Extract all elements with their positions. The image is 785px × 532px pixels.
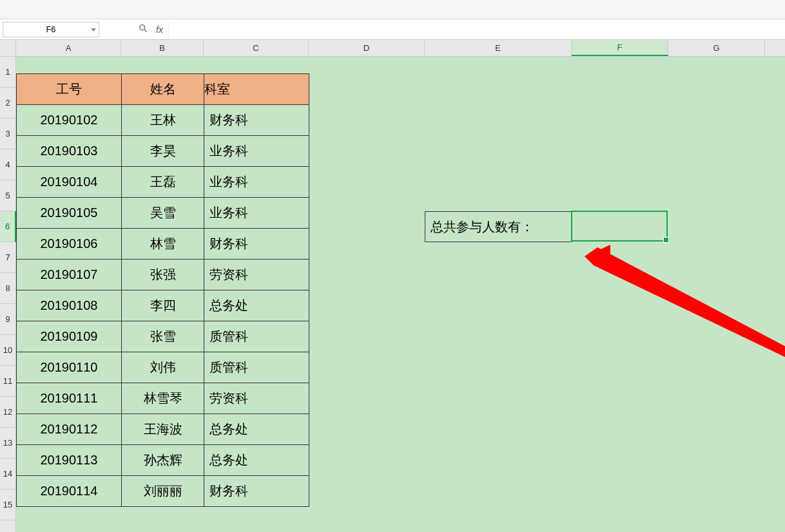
row-header-11[interactable]: 11 (0, 366, 15, 397)
table-row: 20190113孙杰辉总务处 (17, 445, 309, 476)
data-table: 工号 姓名 科室 20190102王林财务科20190103李昊业务科20190… (16, 73, 309, 507)
cell-id[interactable]: 20190102 (17, 105, 122, 136)
cell-dept[interactable]: 总务处 (204, 290, 309, 321)
row-header-12[interactable]: 12 (0, 397, 15, 428)
cell-id[interactable]: 20190105 (17, 198, 122, 229)
row-header-3[interactable]: 3 (0, 119, 15, 149)
table-row: 20190107张强劳资科 (17, 260, 309, 290)
table-row: 20190106林雪财务科 (17, 229, 309, 260)
fx-icon[interactable]: fx (156, 24, 163, 35)
table-row: 20190105吴雪业务科 (17, 198, 309, 229)
cell-dept[interactable]: 总务处 (204, 445, 309, 476)
row-header-10[interactable]: 10 (0, 335, 15, 366)
table-row: 20190104王磊业务科 (17, 167, 309, 198)
cell-dept[interactable]: 质管科 (204, 352, 309, 383)
svg-point-0 (140, 24, 145, 30)
cell-id[interactable]: 20190114 (17, 476, 122, 507)
active-cell-F6[interactable] (571, 211, 668, 242)
row-header-15[interactable]: 15 (0, 489, 15, 520)
table-row: 20190110刘伟质管科 (17, 352, 309, 383)
table-row: 20190103李昊业务科 (17, 136, 309, 167)
header-id[interactable]: 工号 (17, 74, 122, 105)
cell-name[interactable]: 王磊 (122, 167, 204, 198)
cell-id[interactable]: 20190110 (17, 352, 122, 383)
row-header-8[interactable]: 8 (0, 273, 15, 304)
cell-name[interactable]: 张雪 (122, 321, 204, 352)
cell-id[interactable]: 20190106 (17, 229, 122, 260)
annotation-arrow (565, 237, 785, 398)
cell-id[interactable]: 20190113 (17, 445, 122, 476)
cell-dept[interactable]: 业务科 (204, 167, 309, 198)
col-header-E[interactable]: E (425, 40, 572, 56)
cell-name[interactable]: 张强 (122, 260, 204, 290)
cell-dept[interactable]: 业务科 (204, 198, 309, 229)
cell-dept[interactable]: 财务科 (204, 105, 309, 136)
col-header-C[interactable]: C (204, 40, 309, 56)
cell-dept[interactable]: 质管科 (204, 321, 309, 352)
svg-line-1 (144, 30, 146, 32)
row-header-5[interactable]: 5 (0, 180, 15, 211)
svg-marker-4 (585, 245, 610, 268)
cell-id[interactable]: 20190108 (17, 290, 122, 321)
cell-id[interactable]: 20190112 (17, 414, 122, 445)
cell-dept[interactable]: 财务科 (204, 476, 309, 507)
cell-name[interactable]: 林雪琴 (122, 383, 204, 414)
cell-name[interactable]: 林雪 (122, 229, 204, 260)
cell-name[interactable]: 吴雪 (122, 198, 204, 229)
cell-id[interactable]: 20190111 (17, 383, 122, 414)
col-header-D[interactable]: D (309, 40, 425, 56)
cell-dept[interactable]: 劳资科 (204, 383, 309, 414)
cell-name[interactable]: 孙杰辉 (122, 445, 204, 476)
formula-bar: F6 fx (0, 19, 785, 40)
cell-id[interactable]: 20190107 (17, 260, 122, 290)
cell-grid[interactable]: 工号 姓名 科室 20190102王林财务科20190103李昊业务科20190… (16, 57, 785, 532)
col-header-B[interactable]: B (121, 40, 204, 56)
cell-dept[interactable]: 总务处 (204, 414, 309, 445)
cell-dept[interactable]: 业务科 (204, 136, 309, 167)
cell-id[interactable]: 20190103 (17, 136, 122, 167)
header-name[interactable]: 姓名 (122, 74, 204, 105)
table-row: 20190111林雪琴劳资科 (17, 383, 309, 414)
row-header-2[interactable]: 2 (0, 88, 15, 119)
cell-name[interactable]: 李昊 (122, 136, 204, 167)
table-row: 20190102王林财务科 (17, 105, 309, 136)
cell-id[interactable]: 20190109 (17, 321, 122, 352)
row-header-7[interactable]: 7 (0, 242, 15, 273)
cell-dept[interactable]: 劳资科 (204, 260, 309, 290)
row-headers: 12345678910111213141516 (0, 57, 16, 532)
row-header-4[interactable]: 4 (0, 149, 15, 180)
cell-name[interactable]: 李四 (122, 290, 204, 321)
col-header-F[interactable]: F (572, 40, 668, 56)
row-header-9[interactable]: 9 (0, 304, 15, 335)
cell-id[interactable]: 20190104 (17, 167, 122, 198)
cell-name[interactable]: 刘丽丽 (122, 476, 204, 507)
spreadsheet-grid[interactable]: 12345678910111213141516 ABCDEFG 工号 姓名 科室… (0, 40, 785, 532)
cell-name[interactable]: 王林 (122, 105, 204, 136)
table-row: 20190112王海波总务处 (17, 414, 309, 445)
table-row: 20190109张雪质管科 (17, 321, 309, 352)
table-row: 20190108李四总务处 (17, 290, 309, 321)
ribbon-placeholder (0, 0, 785, 19)
formula-input[interactable] (168, 22, 782, 37)
col-header-G[interactable]: G (668, 40, 765, 56)
name-box[interactable]: F6 (3, 22, 99, 37)
search-icon[interactable] (138, 23, 152, 36)
cell-name[interactable]: 王海波 (122, 414, 204, 445)
header-dept[interactable]: 科室 (204, 74, 309, 105)
row-header-1[interactable]: 1 (0, 57, 15, 88)
row-header-13[interactable]: 13 (0, 428, 15, 459)
row-header-6[interactable]: 6 (0, 211, 16, 242)
cell-dept[interactable]: 财务科 (204, 229, 309, 260)
row-header-14[interactable]: 14 (0, 459, 15, 489)
cell-name[interactable]: 刘伟 (122, 352, 204, 383)
select-all-corner[interactable] (0, 40, 16, 57)
row-header-16[interactable]: 16 (0, 520, 15, 532)
column-headers: ABCDEFG (16, 40, 785, 57)
svg-marker-3 (585, 247, 785, 367)
table-header-row: 工号 姓名 科室 (17, 74, 309, 105)
cell-E6-label[interactable]: 总共参与人数有： (425, 211, 572, 242)
table-row: 20190114刘丽丽财务科 (17, 476, 309, 507)
col-header-A[interactable]: A (16, 40, 121, 56)
name-box-text: F6 (46, 24, 55, 34)
